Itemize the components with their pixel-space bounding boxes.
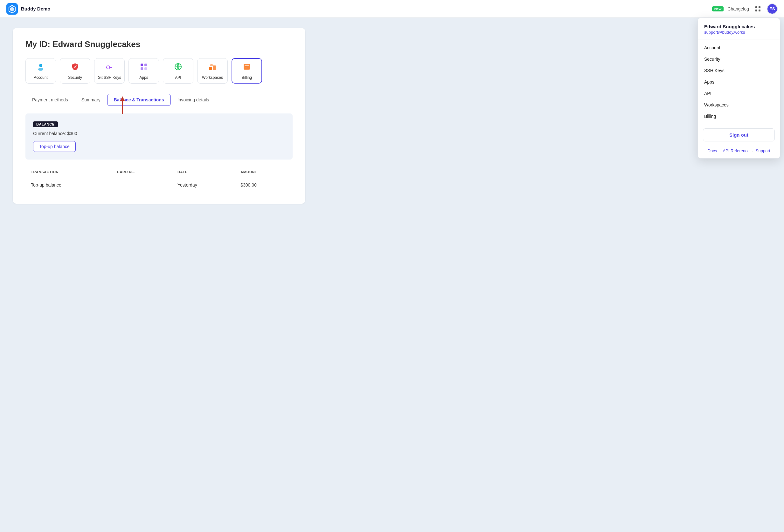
dropdown-item-api[interactable]: API — [698, 88, 780, 99]
svg-rect-17 — [210, 64, 213, 66]
page-title: My ID: Edward Snugglecakes — [25, 39, 292, 49]
svg-rect-3 — [755, 6, 757, 8]
tab-summary[interactable]: Summary — [75, 94, 107, 106]
svg-rect-20 — [245, 67, 247, 67]
col-card-n: CARD N... — [112, 166, 172, 178]
nav-apps[interactable]: Apps — [129, 58, 159, 84]
dropdown-item-account[interactable]: Account — [698, 42, 780, 53]
grid-icon — [755, 6, 761, 12]
dropdown-footer: Docs · API Reference · Support — [698, 145, 780, 158]
cell-date: Yesterday — [172, 178, 235, 192]
svg-rect-6 — [759, 9, 760, 11]
nav-git-ssh-keys-label: Git SSH Keys — [97, 75, 121, 80]
nav-security[interactable]: Security — [60, 58, 90, 84]
svg-rect-10 — [141, 64, 143, 66]
transactions-table: TRANSACTION CARD N... DATE AMOUNT Top-up… — [25, 166, 292, 192]
svg-rect-15 — [209, 67, 212, 70]
dropdown-item-ssh-keys[interactable]: SSH Keys — [698, 65, 780, 76]
nav-workspaces[interactable]: Workspaces — [197, 58, 228, 84]
top-up-balance-button[interactable]: Top-up balance — [33, 141, 76, 152]
balance-badge: BALANCE — [33, 121, 58, 127]
nav-account[interactable]: Account — [25, 58, 56, 84]
nav-account-label: Account — [34, 75, 47, 80]
balance-current-amount: Current balance: $300 — [33, 131, 285, 136]
billing-annotation-arrow — [777, 113, 780, 119]
docs-link[interactable]: Docs — [708, 148, 717, 153]
billing-icon — [242, 62, 251, 73]
tab-payment-methods[interactable]: Payment methods — [25, 94, 75, 106]
nav-security-label: Security — [68, 75, 82, 80]
cell-transaction: Top-up balance — [26, 178, 112, 192]
cell-amount: $300.00 — [235, 178, 292, 192]
dropdown-user-email: support@buddy.works — [704, 30, 774, 35]
dropdown-billing-label: Billing — [704, 114, 716, 119]
col-amount: AMOUNT — [235, 166, 292, 178]
svg-rect-12 — [141, 67, 143, 70]
api-reference-link[interactable]: API Reference — [723, 148, 750, 153]
svg-rect-16 — [213, 65, 216, 70]
account-icon — [36, 62, 45, 73]
avatar-button[interactable]: ES — [767, 3, 778, 14]
svg-rect-13 — [144, 67, 147, 70]
logo-area[interactable]: Buddy Demo — [6, 3, 51, 14]
nav-api[interactable]: API — [163, 58, 193, 84]
header: Buddy Demo New Changelog ES — [0, 0, 784, 18]
cell-card-n — [112, 178, 172, 192]
nav-git-ssh-keys[interactable]: Git SSH Keys — [94, 58, 125, 84]
nav-workspaces-label: Workspaces — [202, 75, 223, 80]
svg-rect-11 — [144, 64, 147, 66]
tab-balance-transactions[interactable]: Balance & Transactions — [107, 94, 171, 106]
dropdown-header: Edward Snugglecakes support@buddy.works — [698, 18, 780, 39]
table-row: Top-up balance Yesterday $300.00 — [26, 178, 292, 192]
col-date: DATE — [172, 166, 235, 178]
svg-rect-19 — [245, 65, 249, 66]
dropdown-item-apps[interactable]: Apps — [698, 76, 780, 88]
icon-nav: Account Security Git SSH Keys Apps — [25, 58, 292, 84]
header-right: New Changelog ES — [712, 3, 778, 14]
dropdown-item-workspaces[interactable]: Workspaces — [698, 99, 780, 111]
security-icon — [71, 62, 80, 73]
git-ssh-keys-icon — [105, 62, 114, 73]
main-content: My ID: Edward Snugglecakes Account Secur… — [0, 18, 318, 214]
profile-card: My ID: Edward Snugglecakes Account Secur… — [13, 28, 305, 204]
changelog-link[interactable]: Changelog — [727, 6, 749, 11]
nav-billing[interactable]: Billing — [231, 58, 262, 84]
dropdown-items: Account Security SSH Keys Apps API Works… — [698, 39, 780, 125]
svg-rect-4 — [759, 6, 760, 8]
svg-point-7 — [39, 64, 42, 67]
sign-out-button[interactable]: Sign out — [703, 128, 775, 141]
nav-api-label: API — [175, 75, 181, 80]
col-transaction: TRANSACTION — [26, 166, 112, 178]
svg-point-8 — [38, 68, 43, 70]
apps-icon — [139, 62, 148, 73]
svg-rect-5 — [755, 9, 757, 11]
dropdown-user-name: Edward Snugglecakes — [704, 24, 774, 29]
tab-invoicing-details[interactable]: Invoicing details — [171, 94, 216, 106]
support-link[interactable]: Support — [756, 148, 770, 153]
workspaces-icon — [208, 62, 217, 73]
dropdown-item-security[interactable]: Security — [698, 53, 780, 65]
buddy-logo-icon — [6, 3, 18, 14]
header-title: Buddy Demo — [21, 6, 51, 11]
new-badge: New — [712, 6, 724, 11]
user-dropdown-menu: Edward Snugglecakes support@buddy.works … — [698, 18, 780, 158]
grid-icon-button[interactable] — [753, 4, 763, 14]
dropdown-item-billing[interactable]: Billing — [698, 111, 780, 122]
balance-section: BALANCE Current balance: $300 Top-up bal… — [25, 114, 292, 159]
nav-apps-label: Apps — [139, 75, 148, 80]
user-display-name: Edward Snugglecakes — [53, 39, 140, 49]
api-icon — [174, 62, 183, 73]
nav-billing-label: Billing — [242, 75, 252, 80]
billing-tabs: Payment methods Summary Balance & Transa… — [25, 94, 292, 106]
